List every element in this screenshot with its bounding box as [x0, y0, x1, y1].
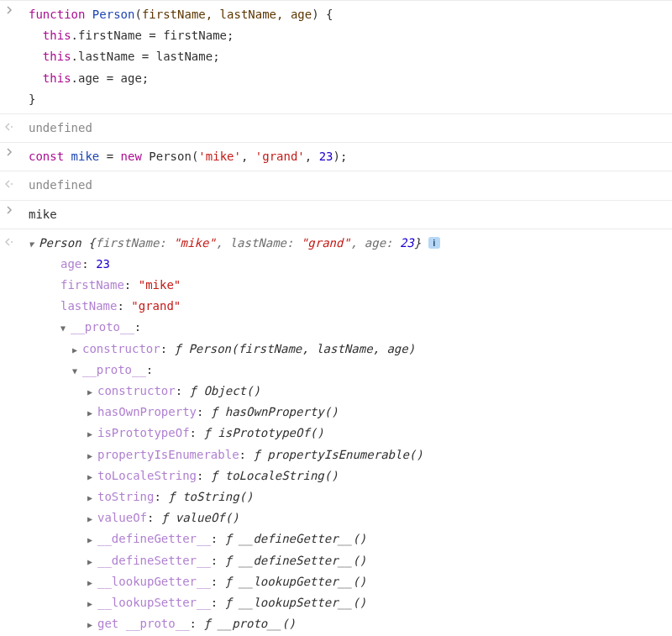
svg-point-0 [11, 126, 13, 128]
proto-method-row[interactable]: __lookupSetter__: ƒ __lookupSetter__() [20, 592, 672, 613]
console-result-entry: undefined [0, 113, 672, 142]
object-property-row[interactable]: firstName: "mike" [20, 275, 672, 296]
undefined-result: undefined [20, 175, 672, 196]
expand-caret-icon[interactable] [87, 406, 97, 421]
undefined-result: undefined [20, 118, 672, 139]
expand-caret-icon[interactable] [87, 597, 97, 612]
proto-row[interactable]: __proto__: [20, 317, 672, 338]
code-line: const mike = new Person('mike', 'grand',… [20, 146, 672, 167]
expand-caret-icon[interactable] [87, 512, 97, 527]
svg-point-2 [11, 241, 13, 243]
console-result-entry: undefined [0, 171, 672, 199]
console-input-entry: function Person(firstName, lastName, age… [0, 0, 672, 113]
proto-method-row[interactable]: __lookupGetter__: ƒ __lookupGetter__() [20, 571, 672, 592]
code-line: this.age = age; [20, 68, 672, 89]
proto-method-row[interactable]: toString: ƒ toString() [20, 486, 672, 507]
info-badge-icon[interactable]: i [428, 237, 440, 249]
code-line: } [20, 89, 672, 110]
output-prompt-icon [3, 119, 13, 138]
code-line: function Person(firstName, lastName, age… [20, 4, 672, 25]
expand-caret-icon[interactable] [87, 533, 97, 548]
expand-caret-icon[interactable] [87, 576, 97, 591]
expand-caret-icon[interactable] [87, 470, 97, 485]
svg-point-1 [11, 183, 13, 185]
code-line: this.firstName = firstName; [20, 25, 672, 46]
expand-caret-icon[interactable] [87, 618, 97, 633]
console-result-entry: Person {firstName: "mike", lastName: "gr… [0, 229, 672, 636]
console-input-entry: mike [0, 200, 672, 229]
proto-accessor-row[interactable]: get __proto__: ƒ __proto__() [20, 613, 672, 634]
code-line: mike [20, 204, 672, 225]
constructor-row[interactable]: constructor: ƒ Person(firstName, lastNam… [20, 339, 672, 360]
constructor-row[interactable]: constructor: ƒ Object() [20, 381, 672, 402]
output-prompt-icon [3, 234, 13, 253]
expand-caret-icon[interactable] [29, 237, 39, 252]
console-input-entry: const mike = new Person('mike', 'grand',… [0, 142, 672, 171]
expand-caret-icon[interactable] [87, 427, 97, 442]
expand-caret-icon[interactable] [87, 385, 97, 400]
proto-method-row[interactable]: hasOwnProperty: ƒ hasOwnProperty() [20, 402, 672, 423]
proto-method-row[interactable]: __defineGetter__: ƒ __defineGetter__() [20, 528, 672, 549]
input-prompt-icon [5, 205, 15, 215]
proto-row[interactable]: __proto__: [20, 360, 672, 381]
proto-method-row[interactable]: valueOf: ƒ valueOf() [20, 507, 672, 528]
expand-caret-icon[interactable] [72, 343, 82, 358]
proto-method-row[interactable]: propertyIsEnumerable: ƒ propertyIsEnumer… [20, 444, 672, 465]
proto-method-row[interactable]: toLocaleString: ƒ toLocaleString() [20, 465, 672, 486]
object-property-row[interactable]: lastName: "grand" [20, 296, 672, 317]
code-line: this.lastName = lastName; [20, 46, 672, 67]
proto-method-row[interactable]: isPrototypeOf: ƒ isPrototypeOf() [20, 423, 672, 444]
expand-caret-icon[interactable] [72, 364, 82, 379]
input-prompt-icon [5, 5, 15, 15]
object-property-row[interactable]: age: 23 [20, 254, 672, 275]
input-prompt-icon [5, 147, 15, 157]
expand-caret-icon[interactable] [87, 555, 97, 570]
expand-caret-icon[interactable] [87, 449, 97, 464]
object-summary-row[interactable]: Person {firstName: "mike", lastName: "gr… [20, 233, 672, 254]
expand-caret-icon[interactable] [87, 491, 97, 506]
output-prompt-icon [3, 176, 13, 195]
expand-caret-icon[interactable] [60, 321, 71, 336]
proto-method-row[interactable]: __defineSetter__: ƒ __defineSetter__() [20, 550, 672, 571]
